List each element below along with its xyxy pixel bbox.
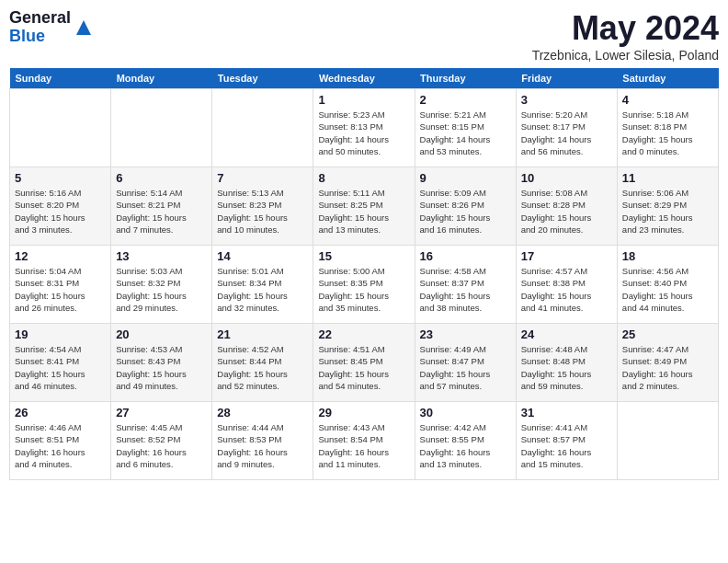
calendar-cell: 11Sunrise: 5:06 AMSunset: 8:29 PMDayligh…: [617, 167, 718, 246]
logo: General Blue: [9, 9, 93, 46]
day-info: Sunrise: 4:47 AMSunset: 8:49 PMDaylight:…: [622, 343, 713, 392]
calendar-cell: 30Sunrise: 4:42 AMSunset: 8:55 PMDayligh…: [415, 402, 516, 480]
day-number: 26: [15, 406, 106, 419]
calendar-cell: 20Sunrise: 4:53 AMSunset: 8:43 PMDayligh…: [111, 324, 212, 402]
day-info: Sunrise: 4:51 AMSunset: 8:45 PMDaylight:…: [318, 343, 409, 392]
day-number: 8: [318, 171, 409, 185]
day-number: 25: [622, 327, 713, 341]
calendar-cell: 9Sunrise: 5:09 AMSunset: 8:26 PMDaylight…: [415, 167, 516, 246]
day-number: 14: [217, 249, 308, 263]
day-info: Sunrise: 5:14 AMSunset: 8:21 PMDaylight:…: [116, 187, 207, 236]
day-info: Sunrise: 4:45 AMSunset: 8:52 PMDaylight:…: [116, 421, 207, 470]
day-info: Sunrise: 4:57 AMSunset: 8:38 PMDaylight:…: [521, 265, 612, 314]
day-number: 22: [318, 327, 409, 341]
calendar-week-row: 5Sunrise: 5:16 AMSunset: 8:20 PMDaylight…: [10, 167, 719, 246]
day-info: Sunrise: 5:21 AMSunset: 8:15 PMDaylight:…: [420, 109, 511, 157]
svg-marker-0: [76, 20, 91, 35]
day-info: Sunrise: 4:46 AMSunset: 8:51 PMDaylight:…: [15, 421, 106, 470]
day-info: Sunrise: 5:00 AMSunset: 8:35 PMDaylight:…: [318, 265, 409, 314]
calendar-cell: [10, 89, 111, 167]
day-number: 16: [420, 249, 511, 263]
calendar-cell: 2Sunrise: 5:21 AMSunset: 8:15 PMDaylight…: [415, 89, 516, 167]
day-info: Sunrise: 4:49 AMSunset: 8:47 PMDaylight:…: [420, 343, 511, 392]
day-info: Sunrise: 4:43 AMSunset: 8:54 PMDaylight:…: [318, 421, 409, 470]
day-number: 30: [420, 406, 511, 419]
day-info: Sunrise: 4:42 AMSunset: 8:55 PMDaylight:…: [420, 421, 511, 470]
calendar-cell: 4Sunrise: 5:18 AMSunset: 8:18 PMDaylight…: [617, 89, 718, 167]
calendar-table: SundayMondayTuesdayWednesdayThursdayFrid…: [9, 68, 719, 480]
day-number: 29: [318, 406, 409, 419]
calendar-cell: 6Sunrise: 5:14 AMSunset: 8:21 PMDaylight…: [111, 167, 212, 246]
calendar-week-row: 26Sunrise: 4:46 AMSunset: 8:51 PMDayligh…: [10, 402, 719, 480]
logo-general: General: [9, 9, 71, 28]
day-number: 20: [116, 327, 207, 341]
day-info: Sunrise: 4:53 AMSunset: 8:43 PMDaylight:…: [116, 343, 207, 392]
day-number: 4: [622, 93, 713, 107]
title-area: May 2024 Trzebnica, Lower Silesia, Polan…: [532, 9, 719, 63]
day-info: Sunrise: 4:48 AMSunset: 8:48 PMDaylight:…: [521, 343, 612, 392]
day-number: 10: [521, 171, 612, 185]
calendar-cell: 25Sunrise: 4:47 AMSunset: 8:49 PMDayligh…: [617, 324, 718, 402]
calendar-cell: 26Sunrise: 4:46 AMSunset: 8:51 PMDayligh…: [10, 402, 111, 480]
calendar-cell: 29Sunrise: 4:43 AMSunset: 8:54 PMDayligh…: [313, 402, 415, 480]
day-number: 28: [217, 406, 308, 419]
logo-icon: [74, 18, 93, 37]
day-number: 17: [521, 249, 612, 263]
calendar-cell: 16Sunrise: 4:58 AMSunset: 8:37 PMDayligh…: [415, 246, 516, 324]
calendar-cell: 3Sunrise: 5:20 AMSunset: 8:17 PMDaylight…: [516, 89, 617, 167]
day-info: Sunrise: 4:54 AMSunset: 8:41 PMDaylight:…: [15, 343, 106, 392]
day-info: Sunrise: 4:58 AMSunset: 8:37 PMDaylight:…: [420, 265, 511, 314]
calendar-cell: 17Sunrise: 4:57 AMSunset: 8:38 PMDayligh…: [516, 246, 617, 324]
day-number: 2: [420, 93, 511, 107]
day-number: 18: [622, 249, 713, 263]
day-info: Sunrise: 5:16 AMSunset: 8:20 PMDaylight:…: [15, 187, 106, 236]
day-info: Sunrise: 5:18 AMSunset: 8:18 PMDaylight:…: [622, 109, 713, 157]
logo-text: General Blue: [9, 9, 71, 46]
day-info: Sunrise: 5:08 AMSunset: 8:28 PMDaylight:…: [521, 187, 612, 236]
day-info: Sunrise: 5:23 AMSunset: 8:13 PMDaylight:…: [318, 109, 409, 157]
day-info: Sunrise: 4:56 AMSunset: 8:40 PMDaylight:…: [622, 265, 713, 314]
weekday-header: Tuesday: [212, 68, 313, 89]
day-info: Sunrise: 5:13 AMSunset: 8:23 PMDaylight:…: [217, 187, 308, 236]
location: Trzebnica, Lower Silesia, Poland: [532, 48, 719, 63]
calendar-week-row: 12Sunrise: 5:04 AMSunset: 8:31 PMDayligh…: [10, 246, 719, 324]
calendar-cell: 21Sunrise: 4:52 AMSunset: 8:44 PMDayligh…: [212, 324, 313, 402]
day-info: Sunrise: 4:52 AMSunset: 8:44 PMDaylight:…: [217, 343, 308, 392]
day-number: 23: [420, 327, 511, 341]
day-info: Sunrise: 5:11 AMSunset: 8:25 PMDaylight:…: [318, 187, 409, 236]
calendar-cell: 19Sunrise: 4:54 AMSunset: 8:41 PMDayligh…: [10, 324, 111, 402]
calendar-cell: [212, 89, 313, 167]
day-info: Sunrise: 4:41 AMSunset: 8:57 PMDaylight:…: [521, 421, 612, 470]
weekday-header: Wednesday: [313, 68, 415, 89]
month-title: May 2024: [532, 9, 719, 48]
calendar-cell: 1Sunrise: 5:23 AMSunset: 8:13 PMDaylight…: [313, 89, 415, 167]
day-number: 13: [116, 249, 207, 263]
day-number: 24: [521, 327, 612, 341]
logo-blue: Blue: [9, 28, 71, 46]
weekday-header: Friday: [516, 68, 617, 89]
calendar-cell: [617, 402, 718, 480]
day-number: 15: [318, 249, 409, 263]
day-info: Sunrise: 5:04 AMSunset: 8:31 PMDaylight:…: [15, 265, 106, 314]
calendar-cell: 15Sunrise: 5:00 AMSunset: 8:35 PMDayligh…: [313, 246, 415, 324]
calendar-week-row: 1Sunrise: 5:23 AMSunset: 8:13 PMDaylight…: [10, 89, 719, 167]
weekday-header: Saturday: [617, 68, 718, 89]
calendar-cell: 18Sunrise: 4:56 AMSunset: 8:40 PMDayligh…: [617, 246, 718, 324]
day-info: Sunrise: 4:44 AMSunset: 8:53 PMDaylight:…: [217, 421, 308, 470]
calendar-header: SundayMondayTuesdayWednesdayThursdayFrid…: [10, 68, 719, 89]
page-header: General Blue May 2024 Trzebnica, Lower S…: [9, 9, 719, 63]
day-number: 31: [521, 406, 612, 419]
calendar-cell: 24Sunrise: 4:48 AMSunset: 8:48 PMDayligh…: [516, 324, 617, 402]
calendar-cell: [111, 89, 212, 167]
calendar-cell: 27Sunrise: 4:45 AMSunset: 8:52 PMDayligh…: [111, 402, 212, 480]
day-number: 11: [622, 171, 713, 185]
calendar-cell: 23Sunrise: 4:49 AMSunset: 8:47 PMDayligh…: [415, 324, 516, 402]
calendar-cell: 14Sunrise: 5:01 AMSunset: 8:34 PMDayligh…: [212, 246, 313, 324]
calendar-cell: 13Sunrise: 5:03 AMSunset: 8:32 PMDayligh…: [111, 246, 212, 324]
calendar-cell: 7Sunrise: 5:13 AMSunset: 8:23 PMDaylight…: [212, 167, 313, 246]
weekday-header: Thursday: [415, 68, 516, 89]
day-number: 21: [217, 327, 308, 341]
weekday-header: Monday: [111, 68, 212, 89]
day-info: Sunrise: 5:01 AMSunset: 8:34 PMDaylight:…: [217, 265, 308, 314]
day-number: 12: [15, 249, 106, 263]
